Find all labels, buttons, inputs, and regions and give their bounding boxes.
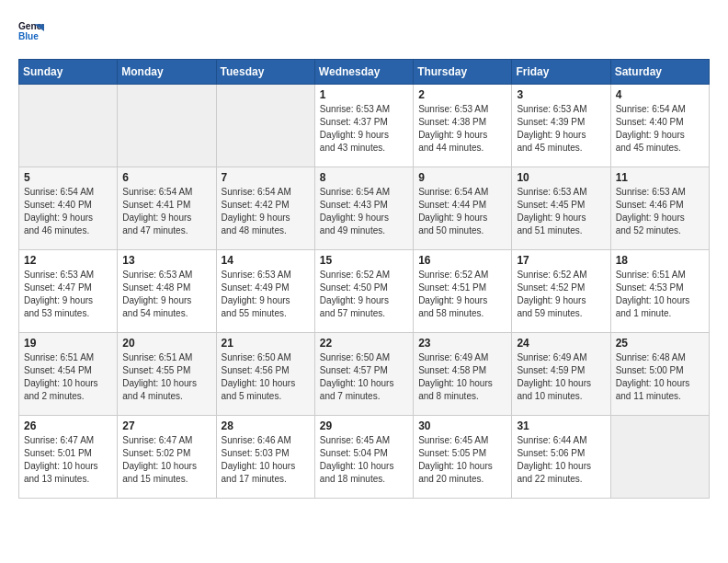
calendar-cell: 25Sunrise: 6:48 AM Sunset: 5:00 PM Dayli… <box>610 333 709 416</box>
day-info: Sunrise: 6:54 AM Sunset: 4:42 PM Dayligh… <box>222 186 310 237</box>
day-info: Sunrise: 6:54 AM Sunset: 4:43 PM Dayligh… <box>320 186 408 237</box>
day-info: Sunrise: 6:48 AM Sunset: 5:00 PM Dayligh… <box>616 351 704 403</box>
calendar-cell: 11Sunrise: 6:53 AM Sunset: 4:46 PM Dayli… <box>610 167 709 250</box>
calendar-cell <box>19 85 118 167</box>
day-number: 22 <box>320 337 408 350</box>
day-info: Sunrise: 6:51 AM Sunset: 4:54 PM Dayligh… <box>24 351 112 403</box>
day-number: 24 <box>517 337 605 350</box>
day-info: Sunrise: 6:50 AM Sunset: 4:56 PM Dayligh… <box>222 351 310 403</box>
day-number: 13 <box>122 254 210 267</box>
calendar-cell <box>216 85 314 167</box>
day-info: Sunrise: 6:45 AM Sunset: 5:04 PM Dayligh… <box>320 434 408 486</box>
day-info: Sunrise: 6:53 AM Sunset: 4:46 PM Dayligh… <box>616 186 704 237</box>
day-number: 26 <box>24 419 112 432</box>
day-number: 14 <box>222 254 310 267</box>
calendar-cell: 12Sunrise: 6:53 AM Sunset: 4:47 PM Dayli… <box>19 250 118 333</box>
day-number: 17 <box>517 254 605 267</box>
day-info: Sunrise: 6:47 AM Sunset: 5:01 PM Dayligh… <box>24 434 112 486</box>
calendar-cell <box>610 416 709 499</box>
calendar-cell <box>118 85 216 167</box>
calendar-cell: 18Sunrise: 6:51 AM Sunset: 4:53 PM Dayli… <box>610 250 709 333</box>
calendar-cell: 16Sunrise: 6:52 AM Sunset: 4:51 PM Dayli… <box>414 250 512 333</box>
day-info: Sunrise: 6:44 AM Sunset: 5:06 PM Dayligh… <box>517 434 605 486</box>
calendar-cell: 2Sunrise: 6:53 AM Sunset: 4:38 PM Daylig… <box>414 85 512 167</box>
weekday-header-friday: Friday <box>512 60 610 85</box>
day-info: Sunrise: 6:47 AM Sunset: 5:02 PM Dayligh… <box>122 434 210 486</box>
calendar-cell: 7Sunrise: 6:54 AM Sunset: 4:42 PM Daylig… <box>216 167 314 250</box>
day-number: 10 <box>517 171 605 184</box>
calendar-cell: 20Sunrise: 6:51 AM Sunset: 4:55 PM Dayli… <box>118 333 216 416</box>
day-info: Sunrise: 6:52 AM Sunset: 4:50 PM Dayligh… <box>320 269 408 320</box>
day-info: Sunrise: 6:46 AM Sunset: 5:03 PM Dayligh… <box>222 434 310 486</box>
calendar-cell: 30Sunrise: 6:45 AM Sunset: 5:05 PM Dayli… <box>414 416 512 499</box>
day-number: 30 <box>418 419 506 432</box>
day-info: Sunrise: 6:52 AM Sunset: 4:51 PM Dayligh… <box>418 269 506 320</box>
day-info: Sunrise: 6:51 AM Sunset: 4:53 PM Dayligh… <box>616 269 704 320</box>
day-number: 21 <box>222 337 310 350</box>
calendar-cell: 3Sunrise: 6:53 AM Sunset: 4:39 PM Daylig… <box>512 85 610 167</box>
calendar-cell: 15Sunrise: 6:52 AM Sunset: 4:50 PM Dayli… <box>314 250 413 333</box>
day-number: 29 <box>320 419 408 432</box>
weekday-header-wednesday: Wednesday <box>314 60 413 85</box>
calendar-cell: 4Sunrise: 6:54 AM Sunset: 4:40 PM Daylig… <box>610 85 709 167</box>
day-info: Sunrise: 6:51 AM Sunset: 4:55 PM Dayligh… <box>122 351 210 403</box>
day-number: 28 <box>222 419 310 432</box>
calendar-cell: 31Sunrise: 6:44 AM Sunset: 5:06 PM Dayli… <box>512 416 610 499</box>
day-number: 3 <box>517 88 605 101</box>
day-info: Sunrise: 6:53 AM Sunset: 4:47 PM Dayligh… <box>24 269 112 320</box>
calendar-cell: 29Sunrise: 6:45 AM Sunset: 5:04 PM Dayli… <box>314 416 413 499</box>
day-number: 5 <box>24 171 112 184</box>
day-number: 18 <box>616 254 704 267</box>
calendar-cell: 1Sunrise: 6:53 AM Sunset: 4:37 PM Daylig… <box>314 85 413 167</box>
day-info: Sunrise: 6:53 AM Sunset: 4:39 PM Dayligh… <box>517 103 605 155</box>
calendar-cell: 24Sunrise: 6:49 AM Sunset: 4:59 PM Dayli… <box>512 333 610 416</box>
day-number: 16 <box>418 254 506 267</box>
calendar-cell: 9Sunrise: 6:54 AM Sunset: 4:44 PM Daylig… <box>414 167 512 250</box>
svg-text:Blue: Blue <box>18 31 39 41</box>
day-info: Sunrise: 6:53 AM Sunset: 4:38 PM Dayligh… <box>418 103 506 155</box>
day-number: 15 <box>320 254 408 267</box>
day-info: Sunrise: 6:53 AM Sunset: 4:45 PM Dayligh… <box>517 186 605 237</box>
calendar-cell: 6Sunrise: 6:54 AM Sunset: 4:41 PM Daylig… <box>118 167 216 250</box>
calendar-cell: 10Sunrise: 6:53 AM Sunset: 4:45 PM Dayli… <box>512 167 610 250</box>
day-info: Sunrise: 6:49 AM Sunset: 4:59 PM Dayligh… <box>517 351 605 403</box>
calendar-cell: 19Sunrise: 6:51 AM Sunset: 4:54 PM Dayli… <box>19 333 118 416</box>
calendar-cell: 22Sunrise: 6:50 AM Sunset: 4:57 PM Dayli… <box>314 333 413 416</box>
weekday-header-saturday: Saturday <box>610 60 709 85</box>
day-info: Sunrise: 6:53 AM Sunset: 4:37 PM Dayligh… <box>320 103 408 155</box>
weekday-header-monday: Monday <box>118 60 216 85</box>
logo: General Blue <box>18 18 48 44</box>
calendar-cell: 8Sunrise: 6:54 AM Sunset: 4:43 PM Daylig… <box>314 167 413 250</box>
calendar-cell: 5Sunrise: 6:54 AM Sunset: 4:40 PM Daylig… <box>19 167 118 250</box>
day-number: 19 <box>24 337 112 350</box>
day-number: 1 <box>320 88 408 101</box>
calendar-cell: 27Sunrise: 6:47 AM Sunset: 5:02 PM Dayli… <box>118 416 216 499</box>
day-number: 20 <box>122 337 210 350</box>
day-number: 31 <box>517 419 605 432</box>
page-header: General Blue <box>18 18 710 44</box>
day-number: 27 <box>122 419 210 432</box>
day-info: Sunrise: 6:54 AM Sunset: 4:41 PM Dayligh… <box>122 186 210 237</box>
day-number: 11 <box>616 171 704 184</box>
calendar-cell: 23Sunrise: 6:49 AM Sunset: 4:58 PM Dayli… <box>414 333 512 416</box>
day-info: Sunrise: 6:52 AM Sunset: 4:52 PM Dayligh… <box>517 269 605 320</box>
day-info: Sunrise: 6:54 AM Sunset: 4:40 PM Dayligh… <box>616 103 704 155</box>
calendar-cell: 13Sunrise: 6:53 AM Sunset: 4:48 PM Dayli… <box>118 250 216 333</box>
day-info: Sunrise: 6:53 AM Sunset: 4:49 PM Dayligh… <box>222 269 310 320</box>
day-number: 6 <box>122 171 210 184</box>
weekday-header-tuesday: Tuesday <box>216 60 314 85</box>
day-number: 7 <box>222 171 310 184</box>
day-info: Sunrise: 6:45 AM Sunset: 5:05 PM Dayligh… <box>418 434 506 486</box>
day-number: 25 <box>616 337 704 350</box>
day-info: Sunrise: 6:49 AM Sunset: 4:58 PM Dayligh… <box>418 351 506 403</box>
day-info: Sunrise: 6:54 AM Sunset: 4:40 PM Dayligh… <box>24 186 112 237</box>
weekday-header-thursday: Thursday <box>414 60 512 85</box>
logo-icon: General Blue <box>18 18 44 44</box>
calendar-cell: 26Sunrise: 6:47 AM Sunset: 5:01 PM Dayli… <box>19 416 118 499</box>
day-number: 9 <box>418 171 506 184</box>
day-number: 2 <box>418 88 506 101</box>
calendar-cell: 17Sunrise: 6:52 AM Sunset: 4:52 PM Dayli… <box>512 250 610 333</box>
day-info: Sunrise: 6:53 AM Sunset: 4:48 PM Dayligh… <box>122 269 210 320</box>
day-number: 8 <box>320 171 408 184</box>
calendar-cell: 14Sunrise: 6:53 AM Sunset: 4:49 PM Dayli… <box>216 250 314 333</box>
